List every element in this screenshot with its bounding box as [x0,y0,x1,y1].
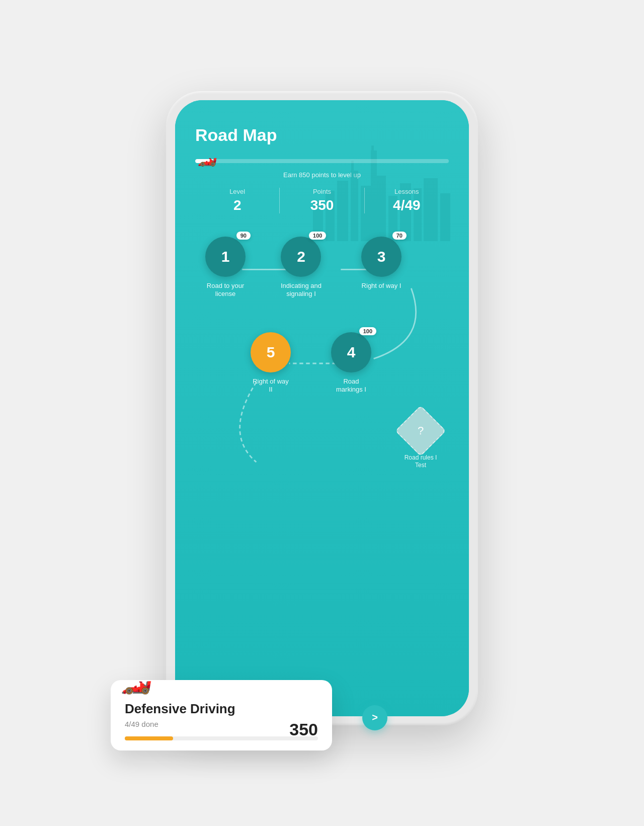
node-3[interactable]: 70 3 Right of way I [361,237,401,290]
node-circle-3[interactable]: 70 3 [361,237,401,277]
progress-area: 🏎️ [195,159,449,163]
question-icon: ? [418,424,424,437]
node-badge-2: 100 [309,232,326,240]
node-number-4: 4 [347,344,356,361]
node-badge-4: 100 [359,327,376,335]
phone-shell: Road Map 🏎️ Earn 850 points to level up … [166,91,478,725]
stat-level: Level 2 [195,188,279,213]
lessons-label: Lessons [370,188,444,195]
level-value: 2 [200,197,274,213]
diamond-test-node[interactable]: ? Road rules ITest [403,413,439,470]
node-circle-5[interactable]: 5 [251,332,291,372]
bottom-card-title: Defensive Driving [125,701,318,717]
stat-lessons: Lessons 4/49 [364,188,449,213]
node-circle-2[interactable]: 100 2 [281,237,321,277]
diamond-label: Road rules ITest [405,454,437,470]
stat-points: Points 350 [279,188,364,213]
nodes-area: 90 1 Road to yourlicense 100 2 Indicatin… [195,232,449,523]
node-label-2: Indicating andsignaling I [281,282,321,299]
points-label: Points [285,188,359,195]
node-label-4: Roadmarkings I [336,378,366,395]
node-badge-1: 90 [236,232,251,240]
points-value: 350 [285,197,359,213]
road-map-content: Road Map 🏎️ Earn 850 points to level up … [175,100,469,716]
node-4[interactable]: 100 4 Roadmarkings I [331,332,371,395]
road-map-title: Road Map [195,125,449,145]
bottom-card-points: 350 [289,720,318,739]
bottom-card: 🏎️ Defensive Driving 4/49 done 350 > [111,680,332,750]
diamond-shape[interactable]: ? [395,405,446,457]
node-circle-1[interactable]: 90 1 [205,237,246,277]
car-progress-icon: 🏎️ [197,148,217,167]
node-5[interactable]: 5 Right of wayII [251,332,291,395]
phone-inner: Road Map 🏎️ Earn 850 points to level up … [175,100,469,716]
scene: Road Map 🏎️ Earn 850 points to level up … [126,61,518,766]
bottom-card-progress-fill [125,736,173,740]
node-1[interactable]: 90 1 Road to yourlicense [205,237,246,299]
arrow-icon: > [372,712,378,723]
node-label-3: Right of way I [362,282,401,290]
node-badge-3: 70 [392,232,407,240]
node-2[interactable]: 100 2 Indicating andsignaling I [281,237,321,299]
bottom-card-car-icon: 🏎️ [121,666,152,695]
node-circle-4[interactable]: 100 4 [331,332,371,372]
svg-rect-13 [371,145,374,153]
progress-track [195,159,449,163]
stats-row: Level 2 Points 350 Lessons 4/49 [195,188,449,213]
node-number-1: 1 [221,248,230,265]
node-number-3: 3 [377,248,386,265]
level-label: Level [200,188,274,195]
node-number-5: 5 [267,344,275,361]
node-number-2: 2 [297,248,305,265]
node-label-5: Right of wayII [253,378,289,395]
arrow-button[interactable]: > [362,705,387,730]
lessons-value: 4/49 [370,197,444,213]
node-label-1: Road to yourlicense [207,282,244,299]
